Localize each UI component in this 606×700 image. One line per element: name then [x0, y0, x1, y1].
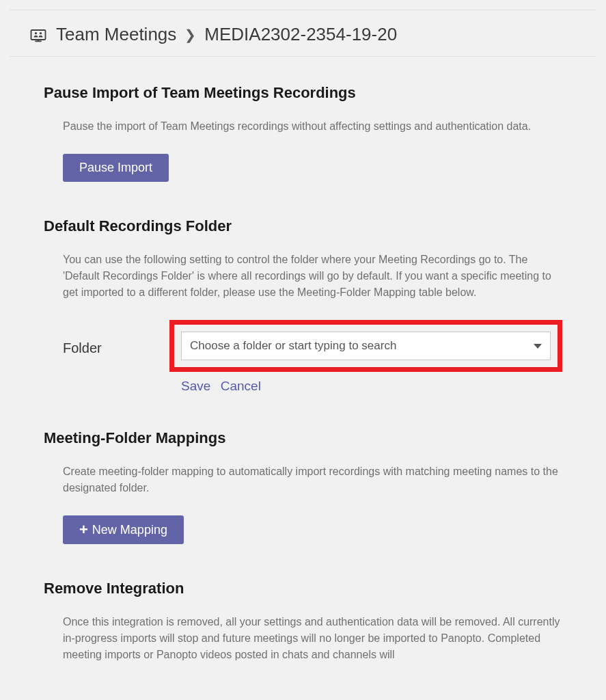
chevron-down-icon	[534, 344, 542, 349]
folder-select[interactable]: Choose a folder or start typing to searc…	[181, 332, 551, 360]
svg-point-3	[35, 32, 37, 34]
default-folder-section: Default Recordings Folder You can use th…	[44, 217, 562, 394]
top-divider	[10, 10, 596, 10]
breadcrumb-root[interactable]: Team Meetings	[56, 24, 176, 45]
new-mapping-label: New Mapping	[92, 523, 167, 537]
new-mapping-button[interactable]: + New Mapping	[63, 515, 184, 544]
section-title: Pause Import of Team Meetings Recordings	[44, 84, 562, 102]
svg-point-4	[40, 32, 42, 34]
section-description: You can use the following setting to con…	[63, 252, 562, 301]
section-title: Default Recordings Folder	[44, 217, 562, 235]
breadcrumb-current: MEDIA2302-2354-19-20	[204, 24, 397, 45]
chevron-right-icon: ❯	[184, 27, 196, 43]
breadcrumb: Team Meetings ❯ MEDIA2302-2354-19-20	[10, 24, 596, 57]
section-title: Remove Integration	[44, 580, 562, 597]
folder-select-placeholder: Choose a folder or start typing to searc…	[190, 339, 396, 353]
teams-icon	[29, 25, 48, 44]
mapping-section: Meeting-Folder Mappings Create meeting-f…	[44, 429, 562, 544]
section-description: Once this integration is removed, all yo…	[63, 614, 562, 663]
folder-label: Folder	[63, 320, 169, 356]
plus-icon: +	[79, 522, 88, 537]
section-description: Create meeting-folder mapping to automat…	[63, 463, 562, 496]
pause-import-section: Pause Import of Team Meetings Recordings…	[44, 84, 562, 182]
cancel-link[interactable]: Cancel	[221, 379, 261, 393]
remove-integration-section: Remove Integration Once this integration…	[44, 580, 562, 663]
save-link[interactable]: Save	[181, 379, 210, 393]
svg-rect-0	[31, 30, 46, 40]
section-description: Pause the import of Team Meetings record…	[63, 118, 562, 135]
pause-import-button[interactable]: Pause Import	[63, 154, 169, 182]
highlight-box: Choose a folder or start typing to searc…	[169, 320, 562, 372]
section-title: Meeting-Folder Mappings	[44, 429, 562, 447]
